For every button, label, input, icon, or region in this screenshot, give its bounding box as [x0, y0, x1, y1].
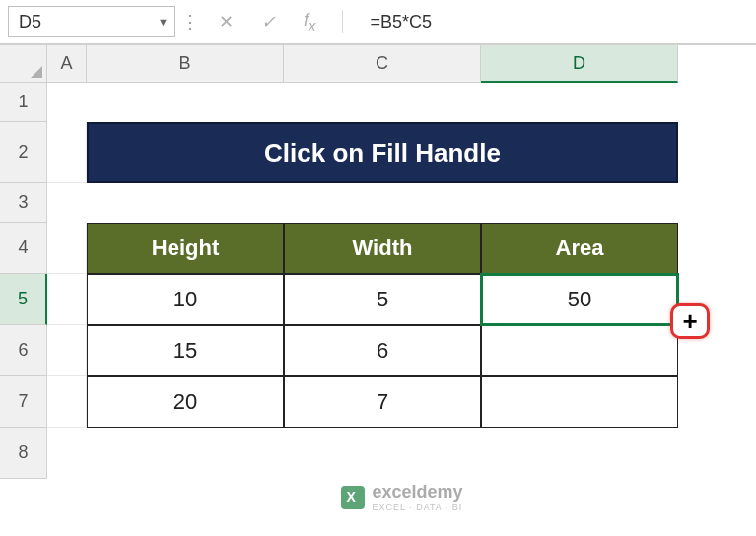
- title-text: Click on Fill Handle: [264, 138, 501, 168]
- row-header-3[interactable]: 3: [0, 183, 47, 223]
- watermark-brand: exceldemy: [372, 482, 462, 502]
- cell[interactable]: [47, 122, 87, 183]
- cell[interactable]: [47, 223, 87, 274]
- row-header-4[interactable]: 4: [0, 223, 47, 274]
- cell-b7[interactable]: 20: [87, 376, 284, 428]
- col-headers: ABCD: [47, 45, 756, 83]
- cell-b5[interactable]: 10: [87, 274, 284, 325]
- cell[interactable]: [47, 325, 87, 376]
- formula-input[interactable]: =B5*C5: [355, 12, 748, 33]
- col-header-a[interactable]: A: [47, 45, 87, 83]
- cell-d6[interactable]: [481, 325, 678, 376]
- cell-d7[interactable]: [481, 376, 678, 428]
- col-header-b[interactable]: B: [87, 45, 284, 83]
- col-header-c[interactable]: C: [284, 45, 481, 83]
- row-header-7[interactable]: 7: [0, 376, 47, 428]
- separator: [342, 10, 343, 34]
- row-header-8[interactable]: 8: [0, 428, 47, 479]
- cell-c5[interactable]: 5: [284, 274, 481, 325]
- fx-icon[interactable]: fx: [304, 10, 316, 34]
- cell-c6[interactable]: 6: [284, 325, 481, 376]
- name-box-value: D5: [19, 12, 41, 33]
- excel-logo-icon: [340, 486, 364, 509]
- watermark: exceldemy EXCEL · DATA · BI: [340, 482, 462, 512]
- header-height[interactable]: Height: [87, 223, 284, 274]
- fill-handle-callout: +: [670, 303, 710, 339]
- cell-d5-selected[interactable]: 50: [481, 274, 678, 325]
- cancel-icon[interactable]: ✕: [219, 11, 234, 33]
- dots-icon: ⋮: [181, 11, 199, 33]
- chevron-down-icon[interactable]: ▼: [158, 16, 169, 28]
- cell[interactable]: [47, 274, 87, 325]
- header-area[interactable]: Area: [481, 223, 678, 274]
- cell[interactable]: [47, 376, 87, 428]
- formula-bar: D5 ▼ ⋮ ✕ ✓ fx =B5*C5: [0, 0, 756, 45]
- formula-text: =B5*C5: [371, 12, 433, 32]
- row-header-5[interactable]: 5: [0, 274, 47, 325]
- title-banner[interactable]: Click on Fill Handle: [87, 122, 678, 183]
- cells-area[interactable]: Click on Fill Handle Height Width Area 1…: [47, 83, 756, 536]
- row-header-6[interactable]: 6: [0, 325, 47, 376]
- row-headers: 12345678: [0, 83, 47, 479]
- cell-c7[interactable]: 7: [284, 376, 481, 428]
- cell-b6[interactable]: 15: [87, 325, 284, 376]
- select-all-corner[interactable]: [0, 45, 47, 83]
- name-box[interactable]: D5 ▼: [8, 6, 175, 37]
- row-header-2[interactable]: 2: [0, 122, 47, 183]
- col-header-d[interactable]: D: [481, 45, 678, 83]
- row-header-1[interactable]: 1: [0, 83, 47, 122]
- spreadsheet-grid: 12345678 ABCD Click on Fill Handle Heigh…: [0, 45, 756, 536]
- watermark-tag: EXCEL · DATA · BI: [372, 502, 462, 512]
- enter-icon[interactable]: ✓: [261, 11, 276, 33]
- plus-icon: +: [682, 306, 697, 337]
- header-width[interactable]: Width: [284, 223, 481, 274]
